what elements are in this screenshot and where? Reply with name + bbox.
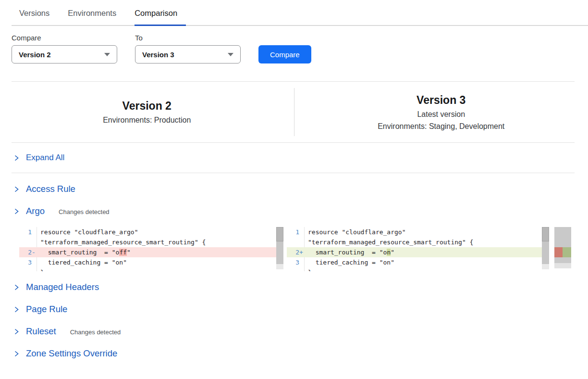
section-title: Page Rule bbox=[26, 304, 67, 315]
section-status: Changes detected bbox=[59, 208, 110, 215]
chevron-down-icon bbox=[228, 53, 233, 56]
line-number: 3 bbox=[287, 257, 299, 267]
version-left-environments: Environments: Production bbox=[103, 116, 191, 125]
chevron-right-icon bbox=[13, 208, 20, 215]
diff-pane-left: 1 resource "cloudflare_argo" "terraform_… bbox=[19, 227, 283, 271]
section-status: Changes detected bbox=[70, 328, 121, 336]
section-managed-headers[interactable]: Managed Headers bbox=[0, 276, 588, 298]
code-text: smart_routing = "off" bbox=[37, 247, 276, 257]
added-marker: + bbox=[299, 247, 304, 257]
diff-right-code: 1 resource "cloudflare_argo" "terraform_… bbox=[287, 227, 542, 271]
code-text: smart_routing = "on" bbox=[304, 247, 542, 257]
chevron-right-icon bbox=[13, 154, 20, 162]
minimap-removed-marker bbox=[554, 247, 563, 257]
version-right-header: Version 3 Latest version Environments: S… bbox=[294, 82, 588, 142]
chevron-right-icon bbox=[13, 306, 20, 313]
chevron-right-icon bbox=[13, 284, 20, 291]
compare-to-value: Version 3 bbox=[142, 51, 174, 59]
argo-diff: 1 resource "cloudflare_argo" "terraform_… bbox=[19, 227, 575, 271]
tab-versions[interactable]: Versions bbox=[19, 9, 49, 25]
diff-pane-right: 1 resource "cloudflare_argo" "terraform_… bbox=[287, 227, 549, 271]
code-text: resource "cloudflare_argo" bbox=[304, 227, 542, 237]
expand-all-label: Expand All bbox=[26, 153, 64, 163]
section-title: Ruleset bbox=[26, 326, 56, 337]
section-title: Access Rule bbox=[26, 184, 75, 194]
code-line: 3 tiered_caching = "on" bbox=[19, 257, 276, 267]
section-title: Managed Headers bbox=[26, 282, 99, 292]
compare-button[interactable]: Compare bbox=[258, 45, 311, 63]
compare-from-value: Version 2 bbox=[19, 51, 51, 59]
section-access-rule[interactable]: Access Rule bbox=[0, 178, 588, 200]
version-right-badge: Latest version bbox=[417, 110, 465, 119]
version-headers: Version 2 Environments: Production Versi… bbox=[0, 82, 588, 142]
code-line-clipped: } bbox=[19, 267, 276, 271]
code-line-added: 2+ smart_routing = "on" bbox=[287, 247, 542, 257]
code-text: tiered_caching = "on" bbox=[304, 257, 542, 267]
section-zone-settings-override[interactable]: Zone Settings Override bbox=[0, 342, 588, 365]
code-text: "terraform_managed_resource_smart_routin… bbox=[37, 237, 276, 247]
chevron-down-icon bbox=[104, 53, 110, 56]
scrollbar[interactable] bbox=[542, 227, 549, 271]
compare-from-select[interactable]: Version 2 bbox=[12, 45, 117, 63]
scrollbar-thumb[interactable] bbox=[542, 227, 549, 241]
version-right-environments: Environments: Staging, Development bbox=[378, 122, 504, 131]
scrollbar-thumb[interactable] bbox=[276, 227, 283, 241]
section-argo[interactable]: Argo Changes detected bbox=[0, 200, 588, 222]
diff-left-code: 1 resource "cloudflare_argo" "terraform_… bbox=[19, 227, 276, 271]
expand-all-button[interactable]: Expand All bbox=[0, 143, 588, 173]
section-ruleset[interactable]: Ruleset Changes detected bbox=[0, 320, 588, 342]
scrollbar[interactable] bbox=[276, 227, 283, 271]
compare-to-label: To bbox=[135, 34, 241, 42]
compare-from-label: Compare bbox=[12, 34, 117, 42]
code-line-removed: 2- smart_routing = "off" bbox=[19, 247, 276, 257]
code-text: resource "cloudflare_argo" bbox=[37, 227, 276, 237]
line-number: 3 bbox=[19, 257, 32, 267]
diff-minimap[interactable] bbox=[554, 227, 571, 271]
code-line: 1 resource "cloudflare_argo" bbox=[19, 227, 276, 237]
removed-word: ff bbox=[119, 249, 127, 256]
version-left-header: Version 2 Environments: Production bbox=[0, 82, 294, 142]
chevron-right-icon bbox=[13, 350, 20, 357]
line-number: 1 bbox=[287, 227, 299, 237]
section-list: Access Rule Argo Changes detected 1 reso… bbox=[0, 173, 588, 365]
code-line: 3 tiered_caching = "on" bbox=[287, 257, 542, 267]
line-number: 2 bbox=[287, 247, 299, 257]
code-line-clipped: } bbox=[287, 267, 542, 271]
removed-marker: - bbox=[32, 247, 37, 257]
version-right-title: Version 3 bbox=[416, 94, 466, 107]
line-number: 1 bbox=[19, 227, 32, 237]
section-title: Zone Settings Override bbox=[26, 348, 117, 359]
chevron-right-icon bbox=[13, 328, 20, 335]
compare-controls: Compare Version 2 To Version 3 Compare bbox=[12, 34, 588, 63]
minimap-added-marker bbox=[563, 247, 571, 257]
code-text: } bbox=[304, 267, 542, 271]
compare-to-select[interactable]: Version 3 bbox=[135, 45, 241, 63]
code-text: "terraform_managed_resource_smart_routin… bbox=[304, 237, 542, 247]
code-line-wrap: "terraform_managed_resource_smart_routin… bbox=[287, 237, 542, 247]
code-line: 1 resource "cloudflare_argo" bbox=[287, 227, 542, 237]
code-text: } bbox=[37, 267, 276, 271]
code-text: tiered_caching = "on" bbox=[37, 257, 276, 267]
section-title: Argo bbox=[26, 206, 45, 216]
chevron-right-icon bbox=[13, 186, 20, 193]
tab-bar: Versions Environments Comparison bbox=[12, 0, 588, 26]
line-number: 2 bbox=[19, 247, 32, 257]
tab-environments[interactable]: Environments bbox=[68, 9, 116, 25]
code-line-wrap: "terraform_managed_resource_smart_routin… bbox=[19, 237, 276, 247]
tab-comparison[interactable]: Comparison bbox=[135, 9, 177, 25]
version-left-title: Version 2 bbox=[122, 100, 172, 113]
section-page-rule[interactable]: Page Rule bbox=[0, 298, 588, 320]
